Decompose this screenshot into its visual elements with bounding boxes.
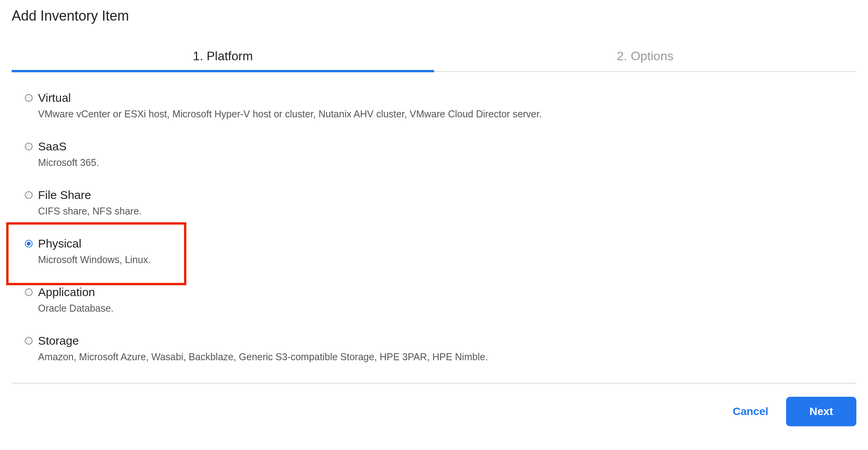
dialog-title: Add Inventory Item bbox=[12, 8, 856, 24]
option-label: Virtual bbox=[38, 91, 71, 105]
dialog-buttons: Cancel Next bbox=[12, 383, 856, 426]
step-options[interactable]: 2. Options bbox=[434, 44, 856, 71]
step-platform[interactable]: 1. Platform bbox=[12, 44, 434, 71]
option-desc: VMware vCenter or ESXi host, Microsoft H… bbox=[38, 108, 856, 120]
option-desc: Microsoft Windows, Linux. bbox=[38, 254, 856, 265]
radio-application[interactable] bbox=[25, 288, 33, 296]
radio-saas[interactable] bbox=[25, 143, 33, 150]
option-desc: Oracle Database. bbox=[38, 303, 856, 314]
option-physical[interactable]: Physical Microsoft Windows, Linux. bbox=[25, 237, 856, 265]
option-label: File Share bbox=[38, 188, 91, 202]
option-label: Physical bbox=[38, 237, 82, 250]
option-storage[interactable]: Storage Amazon, Microsoft Azure, Wasabi,… bbox=[25, 334, 856, 363]
option-desc: Microsoft 365. bbox=[38, 157, 856, 168]
option-saas[interactable]: SaaS Microsoft 365. bbox=[25, 140, 856, 168]
option-desc: Amazon, Microsoft Azure, Wasabi, Backbla… bbox=[38, 351, 856, 363]
radio-fileshare[interactable] bbox=[25, 191, 33, 199]
option-virtual[interactable]: Virtual VMware vCenter or ESXi host, Mic… bbox=[25, 91, 856, 120]
platform-options: Virtual VMware vCenter or ESXi host, Mic… bbox=[12, 72, 856, 363]
next-button[interactable]: Next bbox=[786, 397, 856, 426]
radio-physical[interactable] bbox=[25, 240, 33, 248]
option-application[interactable]: Application Oracle Database. bbox=[25, 286, 856, 314]
radio-virtual[interactable] bbox=[25, 94, 33, 102]
option-desc: CIFS share, NFS share. bbox=[38, 206, 856, 217]
option-fileshare[interactable]: File Share CIFS share, NFS share. bbox=[25, 188, 856, 217]
option-label: Storage bbox=[38, 334, 79, 347]
option-label: Application bbox=[38, 286, 95, 299]
cancel-button[interactable]: Cancel bbox=[729, 398, 772, 426]
radio-storage[interactable] bbox=[25, 337, 33, 345]
wizard-steps: 1. Platform 2. Options bbox=[12, 44, 856, 72]
option-label: SaaS bbox=[38, 140, 66, 153]
